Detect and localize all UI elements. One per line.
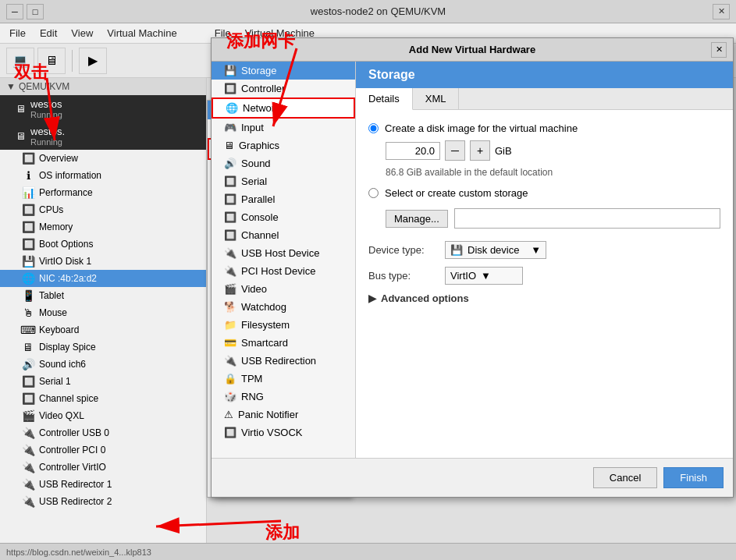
dialog-left-network-label: Network [243,102,280,114]
bus-type-arrow-icon: ▼ [481,270,491,282]
advanced-options-label: Advanced options [381,292,469,304]
maximize-button[interactable]: □ [27,4,44,19]
dialog-left-input-icon: 🎮 [224,122,236,133]
hw-controller-virtio[interactable]: 🔌 Controller VirtIO [0,459,206,476]
hw-controller-usb-label: Controller USB 0 [39,427,109,438]
hw-sound[interactable]: 🔊 Sound ich6 [0,356,206,373]
hw-overview[interactable]: 🔲 Overview [0,150,206,167]
hw-mouse[interactable]: 🖱 Mouse [0,304,206,321]
menu-edit[interactable]: Edit [34,26,63,41]
hw-boot-options[interactable]: 🔲 Boot Options [0,236,206,253]
finish-button[interactable]: Finish [663,467,724,488]
window-title: westos-node2 on QEMU/KVM [44,5,713,17]
minimize-button[interactable]: ─ [6,4,23,19]
nic-icon: 🌐 [22,272,34,285]
dialog-left-watchdog[interactable]: 🐕 Watchdog [212,298,355,316]
hw-nic[interactable]: 🌐 NIC :4b:2a:d2 [0,270,206,287]
close-button[interactable]: ✕ [713,4,730,19]
hw-controller-usb[interactable]: 🔌 Controller USB 0 [0,424,206,441]
hw-channel-spice[interactable]: 🔲 Channel spice [0,390,206,407]
hw-cpus[interactable]: 🔲 CPUs [0,201,206,218]
dialog-title-bar: Add New Virtual Hardware ✕ [212,38,733,62]
dialog-left-parallel[interactable]: 🔲 Parallel [212,190,355,208]
dialog-left-panic[interactable]: ⚠ Panic Notifier [212,406,355,424]
tablet-icon: 📱 [22,289,34,302]
hw-tablet[interactable]: 📱 Tablet [0,287,206,304]
dialog-left-network[interactable]: 🌐 Network [212,97,355,119]
dialog-left-sound-label: Sound [241,158,271,169]
menu-view[interactable]: View [65,26,99,41]
dialog-left-storage[interactable]: 💾 Storage [212,62,355,80]
dialog-close-button[interactable]: ✕ [711,42,727,58]
dialog-left-tpm[interactable]: 🔒 TPM [212,370,355,388]
dialog-left-filesystem[interactable]: 📁 Filesystem [212,316,355,334]
manage-button[interactable]: Manage... [386,210,448,228]
disk-size-increase-btn[interactable]: + [470,140,490,161]
vm-name2: westos. [30,126,65,137]
dialog-left-graphics[interactable]: 🖥 Graphics [212,136,355,154]
hw-tablet-label: Tablet [39,290,64,301]
disk-size-decrease-btn[interactable]: ─ [445,140,465,161]
hw-os-info[interactable]: ℹ OS information [0,167,206,184]
dialog-left-channel[interactable]: 🔲 Channel [212,226,355,244]
dialog-left-graphics-icon: 🖥 [224,140,234,151]
menu-virtual-machine-left[interactable]: Virtual Machine [101,26,183,41]
sidebar-vm-westos2[interactable]: 🖥 westos. Running [0,122,206,150]
cancel-button[interactable]: Cancel [593,467,657,488]
dialog-left-smartcard[interactable]: 💳 Smartcard [212,334,355,352]
radio-create-row: Create a disk image for the virtual mach… [368,122,720,134]
hw-virtio-disk[interactable]: 💾 VirtIO Disk 1 [0,253,206,270]
hw-display-spice[interactable]: 🖥 Display Spice [0,338,206,356]
dialog-left-pci-host[interactable]: 🔌 PCI Host Device [212,262,355,280]
toolbar-play-button[interactable]: ▶ [79,48,107,74]
dialog-left-controller-icon: 🔲 [224,83,236,94]
dialog-left-sound-icon: 🔊 [224,158,236,169]
disk-availability: 86.8 GiB available in the default locati… [386,167,720,178]
toolbar-screen-button[interactable]: 🖥 [37,48,66,74]
hw-performance[interactable]: 📊 Performance [0,184,206,201]
dialog-left-input[interactable]: 🎮 Input [212,119,355,136]
custom-storage-path[interactable] [454,208,720,229]
hw-memory[interactable]: 🔲 Memory [0,218,206,236]
hw-video-qxl[interactable]: 🎬 Video QXL [0,407,206,424]
hw-channel-spice-label: Channel spice [39,393,98,404]
hw-serial[interactable]: 🔲 Serial 1 [0,373,206,390]
dialog-left-rng[interactable]: 🎲 RNG [212,388,355,406]
dialog-tab-details[interactable]: Details [356,88,413,110]
dialog-left-usb-host[interactable]: 🔌 USB Host Device [212,244,355,262]
dialog-left-console[interactable]: 🔲 Console [212,208,355,226]
radio-create-disk[interactable] [368,123,379,133]
dialog-left-controller[interactable]: 🔲 Controller [212,80,355,97]
menu-file[interactable]: File [3,26,32,41]
radio-custom-storage[interactable] [368,188,379,198]
hw-usb-redirect1[interactable]: 🔌 USB Redirector 1 [0,476,206,493]
dialog-left-rng-label: RNG [241,391,264,402]
hw-usb-redirect2[interactable]: 🔌 USB Redirector 2 [0,493,206,510]
advanced-options-toggle[interactable]: ▶ Advanced options [368,292,720,304]
sidebar: ▼ QEMU/KVM 🖥 westos Running 🖥 westos. Ru… [0,78,207,560]
bus-type-row: Bus type: VirtIO ▼ [368,267,720,285]
radio-create-label: Create a disk image for the virtual mach… [385,122,578,134]
hw-keyboard[interactable]: ⌨ Keyboard [0,321,206,338]
dialog-left-vsock-icon: 🔲 [224,427,236,438]
dialog-left-video-label: Video [241,283,267,295]
dialog-left-usb-redir[interactable]: 🔌 USB Redirection [212,352,355,370]
dialog-footer: Cancel Finish [212,458,733,497]
bus-type-select[interactable]: VirtIO ▼ [445,267,523,285]
dialog-left-serial[interactable]: 🔲 Serial [212,172,355,190]
controller-virtio-icon: 🔌 [22,461,34,473]
dialog-left-sound[interactable]: 🔊 Sound [212,154,355,172]
disk-size-input[interactable] [386,142,440,160]
hw-controller-pci[interactable]: 🔌 Controller PCI 0 [0,441,206,459]
dialog-left-video[interactable]: 🎬 Video [212,280,355,298]
hw-os-info-label: OS information [39,170,101,181]
radio-group-create: Create a disk image for the virtual mach… [368,122,720,178]
device-type-select[interactable]: 💾 Disk device ▼ [445,241,546,259]
dialog-tab-xml[interactable]: XML [413,88,460,109]
sidebar-vm-westos[interactable]: 🖥 westos Running [0,95,206,122]
dialog-left-vsock[interactable]: 🔲 Virtio VSOCK [212,424,355,441]
usb-redirect1-icon: 🔌 [22,478,34,491]
toolbar-vm-button[interactable]: 💻 [6,48,34,74]
disk-size-row: ─ + GiB [386,140,720,161]
hw-boot-options-label: Boot Options [39,239,93,250]
